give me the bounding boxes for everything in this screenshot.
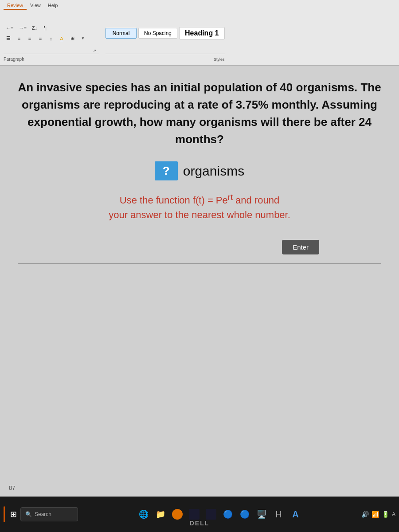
tab-review[interactable]: Review: [4, 2, 27, 10]
style-no-spacing-label: No Spacing: [144, 30, 172, 36]
tab-help[interactable]: Help: [44, 2, 62, 10]
line-spacing-icon: ↕: [50, 36, 52, 41]
borders-icon: ⊞: [70, 35, 74, 41]
answer-unit: organisms: [183, 164, 244, 179]
taskbar-app6-icon[interactable]: H: [270, 506, 286, 522]
borders-btn[interactable]: ⊞: [67, 34, 77, 43]
dell-logo: DELL: [190, 520, 210, 527]
justify-icon: ≡: [39, 36, 42, 41]
style-normal[interactable]: Normal: [106, 28, 137, 39]
styles-label: Styles: [214, 57, 225, 62]
style-heading1[interactable]: Heading 1: [179, 27, 224, 39]
pilcrow-btn[interactable]: ¶: [40, 23, 50, 33]
taskbar-app1-icon[interactable]: [169, 506, 185, 522]
align-center-btn[interactable]: ≡: [14, 34, 24, 43]
align-left-btn[interactable]: ☰: [4, 34, 13, 43]
justify-btn[interactable]: ≡: [35, 34, 45, 43]
shading-btn[interactable]: A: [57, 34, 66, 43]
question-text: An invasive species has an initial popul…: [18, 79, 381, 148]
answer-row: ? organisms: [155, 161, 244, 180]
toolbar: Review View Help ←≡ →≡ Z↓: [0, 0, 399, 66]
divider: [18, 263, 381, 264]
line-spacing-btn[interactable]: ↕: [46, 34, 56, 43]
style-no-spacing[interactable]: No Spacing: [138, 28, 177, 39]
taskbar-app4-icon[interactable]: 🔵: [220, 506, 236, 522]
paragraph-label: Paragraph: [4, 57, 24, 62]
sort-btn[interactable]: Z↓: [30, 23, 39, 33]
align-center-icon: ≡: [18, 36, 20, 41]
taskbar-search[interactable]: 🔍 Search: [20, 507, 78, 521]
windows-start-button[interactable]: ⊞: [8, 508, 19, 521]
taskbar-file-icon[interactable]: 📁: [153, 506, 168, 522]
hint-function: Use the function f(t) = Pe: [120, 195, 228, 206]
hint-nearest: your answer to the nearest whole number.: [109, 209, 290, 220]
taskbar: ⊞ 🔍 Search 🌐 📁 🔵 🔵 🖥️ H: [0, 497, 399, 532]
toolbar-tabs: Review View Help: [4, 2, 395, 11]
hint-superscript: rt: [228, 192, 233, 202]
document-area: An invasive species has an initial popul…: [0, 66, 399, 497]
network-icon[interactable]: 📶: [372, 511, 379, 518]
taskbar-accent: [4, 506, 5, 522]
sort-icon: Z↓: [32, 25, 37, 31]
style-heading1-label: Heading 1: [185, 29, 219, 37]
tab-view[interactable]: View: [27, 2, 44, 10]
taskbar-edge-icon[interactable]: 🌐: [136, 506, 152, 522]
answer-placeholder: ?: [163, 164, 170, 177]
paragraph-group: ←≡ →≡ Z↓ ¶: [4, 12, 99, 63]
search-label: Search: [35, 511, 51, 517]
taskbar-monitor-icon[interactable]: 🖥️: [254, 506, 270, 522]
styles-group: Normal No Spacing Heading 1 Styles: [106, 12, 225, 63]
chevron-down-icon: ▼: [81, 36, 85, 40]
answer-input-box[interactable]: ?: [155, 161, 178, 180]
taskbar-app-icons: 🌐 📁 🔵 🔵 🖥️ H A: [80, 506, 360, 522]
hint-text: Use the function f(t) = Pert and round y…: [109, 191, 290, 222]
align-right-icon: ≡: [28, 36, 31, 41]
sys-icons: 🔊 📶 🔋 A: [361, 511, 395, 518]
align-left-icon: ☰: [6, 35, 11, 41]
paragraph-launch-btn[interactable]: ↗: [90, 47, 99, 54]
indent-decrease-btn[interactable]: ←≡: [4, 23, 16, 33]
indent-decrease-icon: ←≡: [6, 25, 13, 31]
enter-button[interactable]: Enter: [282, 240, 319, 254]
page-number: 87: [9, 485, 15, 491]
system-tray: 🔊 📶 🔋 A: [361, 511, 395, 518]
windows-icon: ⊞: [10, 510, 17, 519]
align-right-btn[interactable]: ≡: [25, 34, 35, 43]
shading-icon: A: [60, 36, 63, 41]
taskbar-a-icon[interactable]: A: [287, 506, 303, 522]
hint-and-round: and round: [233, 195, 279, 206]
volume-icon[interactable]: 🔊: [361, 511, 369, 518]
keyboard-layout-icon[interactable]: A: [392, 511, 395, 517]
search-icon: 🔍: [25, 511, 32, 517]
borders-dropdown[interactable]: ▼: [78, 34, 88, 43]
launch-icon: ↗: [93, 49, 96, 53]
battery-icon[interactable]: 🔋: [382, 511, 389, 518]
pilcrow-icon: ¶: [44, 24, 47, 31]
indent-increase-btn[interactable]: →≡: [16, 23, 28, 33]
style-normal-label: Normal: [113, 30, 130, 36]
taskbar-app5-icon[interactable]: 🔵: [237, 506, 253, 522]
indent-increase-icon: →≡: [19, 25, 26, 31]
